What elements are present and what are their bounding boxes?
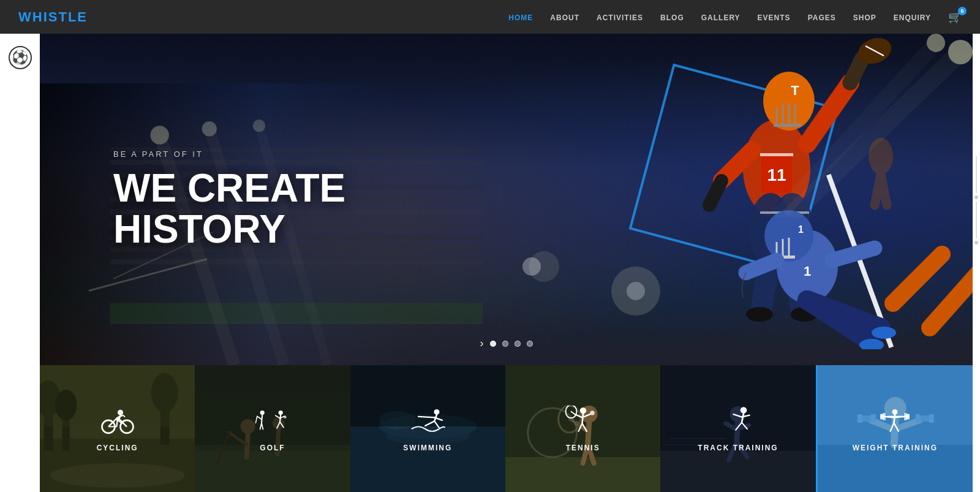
right-sidebar: [973, 34, 980, 492]
svg-rect-181: [904, 412, 907, 420]
golf-overlay: GOLF: [195, 365, 350, 492]
sport-card-swimming[interactable]: SWIMMING: [350, 365, 505, 492]
golf-running-icon: [254, 406, 291, 436]
svg-line-55: [930, 273, 973, 328]
svg-line-110: [277, 422, 280, 428]
svg-line-183: [894, 423, 899, 431]
cycling-overlay: CYCLING: [40, 365, 195, 492]
svg-line-67: [789, 52, 960, 218]
sport-card-weight[interactable]: WEIGHT TRAINING: [816, 365, 973, 492]
tennis-label: TENNIS: [566, 444, 600, 452]
weight-overlay: WEIGHT TRAINING: [818, 365, 973, 492]
sports-grid: CYCLING: [40, 365, 973, 492]
svg-line-136: [582, 414, 583, 423]
brand-logo[interactable]: WHiSTLE: [18, 9, 88, 25]
svg-point-173: [892, 409, 898, 414]
nav-shop[interactable]: SHOP: [853, 13, 876, 22]
svg-line-142: [582, 423, 587, 431]
cart-badge: 6: [958, 7, 967, 15]
nav-blog[interactable]: BLOG: [660, 13, 684, 22]
svg-line-155: [742, 413, 744, 422]
brand-name: WHiSTLE: [18, 9, 88, 25]
sidebar-ball-icon[interactable]: ⚽: [9, 46, 32, 69]
svg-line-111: [280, 422, 284, 427]
nav-events[interactable]: EVENTS: [758, 13, 791, 22]
svg-line-108: [276, 415, 280, 418]
tennis-icon: [565, 406, 601, 436]
svg-point-154: [741, 407, 747, 414]
main-wrapper: ⚽: [0, 34, 980, 492]
left-sidebar: ⚽: [0, 34, 40, 492]
swimming-overlay: SWIMMING: [350, 365, 505, 492]
svg-line-68: [777, 43, 936, 218]
track-overlay: TRACK TRAINING: [660, 365, 815, 492]
slider-dots: ›: [480, 337, 533, 350]
svg-point-100: [260, 410, 265, 414]
hero-section: 11 T: [40, 34, 973, 365]
nav-about[interactable]: ABOUT: [550, 13, 579, 22]
svg-line-54: [893, 254, 942, 303]
svg-line-103: [255, 416, 257, 423]
svg-point-119: [434, 409, 440, 414]
weight-label: WEIGHT TRAINING: [853, 444, 938, 452]
slider-dot-3[interactable]: [514, 341, 521, 347]
weight-icon: [876, 406, 913, 436]
sport-card-tennis[interactable]: TENNIS: [505, 365, 660, 492]
svg-line-156: [733, 414, 742, 417]
svg-line-139: [571, 411, 575, 414]
cycling-icon: [99, 406, 136, 436]
svg-line-158: [736, 422, 742, 430]
center-column: 11 T: [40, 34, 973, 492]
svg-line-50: [832, 248, 875, 260]
hero-text-block: BE A PART OF IT WE CREATE HISTORY: [113, 149, 345, 249]
svg-point-61: [627, 282, 645, 300]
golf-label: GOLF: [260, 444, 285, 452]
swimming-label: SWIMMING: [403, 444, 452, 452]
nav-links: HOME ABOUT ACTIVITIES BLOG GALLERY EVENT…: [508, 10, 962, 24]
nav-home[interactable]: HOME: [508, 13, 533, 22]
swimming-icon: [409, 406, 446, 436]
track-label: TRACK TRAINING: [698, 444, 778, 452]
svg-point-112: [284, 415, 287, 418]
svg-text:1: 1: [804, 263, 811, 279]
svg-line-123: [426, 421, 435, 426]
svg-text:1: 1: [798, 224, 804, 235]
tennis-overlay: TENNIS: [505, 365, 660, 492]
scroll-dot-2: [974, 241, 978, 244]
sport-card-track[interactable]: TRACK TRAINING: [660, 365, 815, 492]
svg-line-86: [123, 415, 125, 417]
slider-dot-2[interactable]: [502, 341, 508, 347]
svg-line-34: [709, 181, 722, 205]
sport-card-cycling[interactable]: CYCLING: [40, 365, 195, 492]
svg-point-56: [872, 327, 896, 339]
svg-line-102: [257, 416, 262, 419]
svg-line-159: [742, 422, 747, 429]
nav-gallery[interactable]: GALLERY: [701, 13, 741, 22]
running-icon: [720, 406, 756, 436]
scroll-dot: [974, 195, 978, 199]
svg-point-135: [579, 407, 586, 414]
svg-rect-179: [883, 412, 886, 420]
svg-point-143: [590, 411, 595, 415]
svg-line-182: [891, 423, 894, 431]
nav-pages[interactable]: PAGES: [808, 13, 836, 22]
scroll-line-2: [976, 202, 977, 238]
cycling-label: CYCLING: [97, 444, 138, 452]
hero-title: WE CREATE HISTORY: [113, 167, 345, 249]
svg-point-87: [118, 409, 123, 415]
svg-line-124: [435, 421, 440, 428]
cart-button[interactable]: 🛒 6: [948, 10, 962, 24]
slider-prev-arrow[interactable]: ›: [480, 337, 484, 350]
hero-subtitle: BE A PART OF IT: [113, 149, 345, 158]
svg-line-121: [418, 416, 434, 417]
svg-point-39: [746, 307, 773, 322]
slider-dot-4[interactable]: [527, 341, 533, 347]
sport-card-golf[interactable]: GOLF: [195, 365, 350, 492]
nav-enquiry[interactable]: ENQUIRY: [894, 13, 931, 22]
svg-point-106: [279, 410, 283, 414]
svg-point-60: [522, 257, 541, 276]
right-lights-svg: [728, 34, 973, 218]
svg-line-105: [262, 423, 263, 429]
slider-dot-1[interactable]: [490, 341, 496, 347]
nav-activities[interactable]: ACTIVITIES: [597, 13, 643, 22]
